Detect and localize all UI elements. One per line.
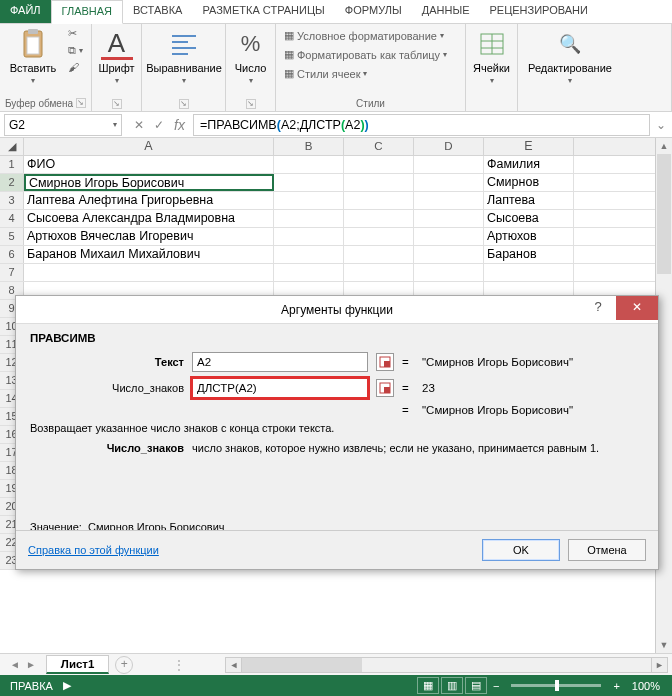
row-header[interactable]: 2 (0, 174, 24, 191)
formula-input[interactable]: =ПРАВСИМВ(A2;ДЛСТР(A2)) (193, 114, 650, 136)
zoom-out-button[interactable]: − (489, 680, 503, 692)
row-header[interactable]: 4 (0, 210, 24, 227)
format-painter-button[interactable]: 🖌 (66, 60, 85, 74)
cell[interactable]: Лаптева Алефтина Григорьевна (24, 192, 274, 209)
cell[interactable] (344, 156, 414, 173)
cell[interactable] (414, 156, 484, 173)
horizontal-scrollbar[interactable]: ◄► (225, 657, 668, 673)
row-header[interactable]: 7 (0, 264, 24, 281)
table-row[interactable]: 4 Сысоева Александра Владмировна Сысоева (0, 210, 672, 228)
cell[interactable]: Артюхов Вячеслав Игоревич (24, 228, 274, 245)
editing-button[interactable]: 🔍Редактирование▾ (522, 26, 618, 87)
number-button[interactable]: %Число▾ (230, 26, 271, 87)
function-help-link[interactable]: Справка по этой функции (28, 544, 159, 556)
dialog-close-button[interactable]: ✕ (616, 296, 658, 320)
zoom-in-button[interactable]: + (609, 680, 623, 692)
font-button[interactable]: AШрифт▾ (96, 26, 137, 87)
arg2-ref-button[interactable] (376, 379, 394, 397)
row-header[interactable]: 3 (0, 192, 24, 209)
tab-insert[interactable]: ВСТАВКА (123, 0, 192, 23)
cell[interactable]: Баранов (484, 246, 574, 263)
cancel-formula-icon[interactable]: ✕ (134, 118, 144, 132)
row-header[interactable]: 1 (0, 156, 24, 173)
cell[interactable] (344, 192, 414, 209)
name-box[interactable]: G2▾ (4, 114, 122, 136)
cell-styles-button[interactable]: ▦ Стили ячеек ▾ (282, 66, 449, 81)
tab-data[interactable]: ДАННЫЕ (412, 0, 480, 23)
cell[interactable] (414, 264, 484, 281)
row-header[interactable]: 6 (0, 246, 24, 263)
col-header-c[interactable]: C (344, 138, 414, 155)
format-as-table-button[interactable]: ▦ Форматировать как таблицу ▾ (282, 47, 449, 62)
cell[interactable] (414, 210, 484, 227)
sheet-nav-prev-icon[interactable]: ◄ (10, 659, 20, 670)
align-launcher-icon[interactable]: ↘ (179, 99, 189, 109)
cell[interactable]: Фамилия (484, 156, 574, 173)
ok-button[interactable]: OK (482, 539, 560, 561)
tab-formulas[interactable]: ФОРМУЛЫ (335, 0, 412, 23)
table-row[interactable]: 2 Смирнов Игорь Борисович Смирнов (0, 174, 672, 192)
cell[interactable] (344, 246, 414, 263)
cell[interactable]: Смирнов (484, 174, 574, 191)
conditional-formatting-button[interactable]: ▦ Условное форматирование ▾ (282, 28, 449, 43)
arg2-input[interactable] (192, 378, 368, 398)
page-break-view-button[interactable]: ▤ (465, 677, 487, 694)
tab-home[interactable]: ГЛАВНАЯ (51, 0, 123, 24)
cells-button[interactable]: Ячейки▾ (470, 26, 513, 87)
tab-file[interactable]: ФАЙЛ (0, 0, 51, 23)
copy-button[interactable]: ⧉▾ (66, 43, 85, 58)
cell[interactable] (484, 264, 574, 281)
dialog-help-button[interactable]: ? (582, 296, 614, 320)
cell[interactable] (274, 264, 344, 281)
cell[interactable] (274, 228, 344, 245)
cell[interactable] (344, 174, 414, 191)
alignment-button[interactable]: Выравнивание▾ (146, 26, 222, 87)
enter-formula-icon[interactable]: ✓ (154, 118, 164, 132)
paste-button[interactable]: Вставить ▾ (4, 26, 62, 87)
expand-formula-icon[interactable]: ⌄ (650, 118, 672, 132)
cell[interactable]: Сысоева (484, 210, 574, 227)
cancel-button[interactable]: Отмена (568, 539, 646, 561)
cell[interactable] (414, 246, 484, 263)
cell[interactable]: Лаптева (484, 192, 574, 209)
normal-view-button[interactable]: ▦ (417, 677, 439, 694)
table-row[interactable]: 3 Лаптева Алефтина Григорьевна Лаптева (0, 192, 672, 210)
arg1-ref-button[interactable] (376, 353, 394, 371)
tab-layout[interactable]: РАЗМЕТКА СТРАНИЦЫ (192, 0, 334, 23)
select-all-button[interactable]: ◢ (0, 138, 24, 155)
cell[interactable]: ФИО (24, 156, 274, 173)
col-header-a[interactable]: A (24, 138, 274, 155)
add-sheet-button[interactable]: + (115, 656, 133, 674)
col-header-e[interactable]: E (484, 138, 574, 155)
cell[interactable] (274, 156, 344, 173)
table-row[interactable]: 1 ФИО Фамилия (0, 156, 672, 174)
table-row[interactable]: 7 (0, 264, 672, 282)
cell[interactable] (24, 264, 274, 281)
cell[interactable] (414, 174, 484, 191)
font-launcher-icon[interactable]: ↘ (112, 99, 122, 109)
number-launcher-icon[interactable]: ↘ (246, 99, 256, 109)
cell[interactable] (274, 246, 344, 263)
cut-button[interactable]: ✂ (66, 26, 85, 41)
cell[interactable] (344, 264, 414, 281)
cell[interactable] (414, 228, 484, 245)
zoom-slider[interactable] (511, 684, 601, 687)
macro-record-icon[interactable]: ▶ (63, 679, 71, 692)
cell[interactable]: Сысоева Александра Владмировна (24, 210, 274, 227)
fx-icon[interactable]: fx (174, 117, 185, 133)
cell[interactable]: Смирнов Игорь Борисович (24, 174, 274, 191)
cell[interactable]: Артюхов (484, 228, 574, 245)
row-header[interactable]: 5 (0, 228, 24, 245)
arg1-input[interactable] (192, 352, 368, 372)
sheet-nav-next-icon[interactable]: ► (26, 659, 36, 670)
table-row[interactable]: 6 Баранов Михаил Михайлович Баранов (0, 246, 672, 264)
cell[interactable] (274, 192, 344, 209)
page-layout-view-button[interactable]: ▥ (441, 677, 463, 694)
col-header-b[interactable]: B (274, 138, 344, 155)
cell[interactable] (414, 192, 484, 209)
clipboard-launcher-icon[interactable]: ↘ (76, 98, 86, 108)
cell[interactable] (344, 228, 414, 245)
sheet-tab[interactable]: Лист1 (46, 655, 110, 674)
cell[interactable] (274, 174, 344, 191)
cell[interactable] (344, 210, 414, 227)
